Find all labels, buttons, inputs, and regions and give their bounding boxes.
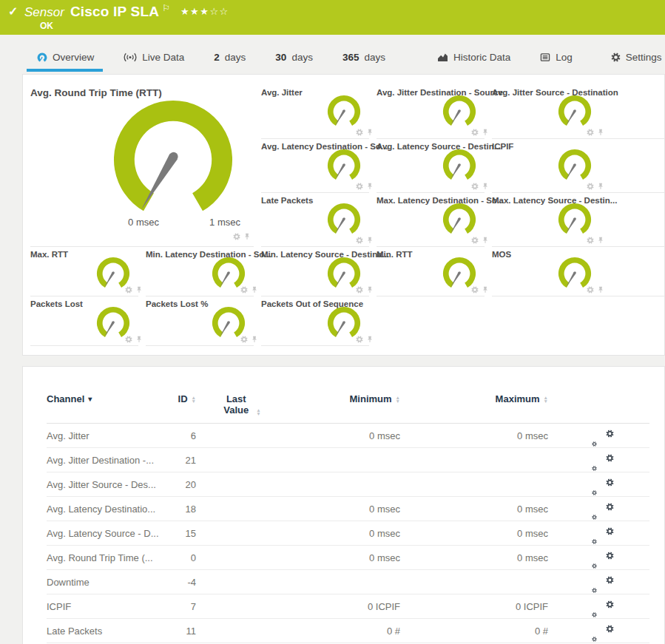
gauge-settings-gear-icon[interactable] [356, 183, 363, 190]
channel-row: Late Packets110 #0 # [47, 619, 649, 643]
gauge-pin-icon[interactable] [482, 183, 489, 190]
gauge-pin-icon[interactable] [482, 237, 489, 244]
gauge-pin-icon[interactable] [366, 183, 374, 190]
gauge-pin-icon[interactable] [597, 237, 604, 244]
gauge-pin-icon[interactable] [366, 336, 374, 343]
gauge-settings-gear-icon[interactable] [587, 237, 594, 244]
gauge-pin-icon[interactable] [135, 336, 143, 343]
sort-icon[interactable]: ▲▼ [256, 408, 260, 416]
channel-name[interactable]: Avg. Round Trip Time (... [47, 552, 141, 563]
gauge-pin-icon[interactable] [366, 129, 374, 136]
tab-settings[interactable]: Settings [611, 52, 662, 72]
channel-settings-icon[interactable] [592, 552, 606, 563]
gauge [557, 202, 593, 237]
gauge-pin-icon[interactable] [251, 336, 258, 343]
channel-settings-icon[interactable] [592, 527, 606, 539]
gauge-pin-icon[interactable] [597, 183, 604, 190]
channel-minimum: 0 msec [285, 552, 400, 563]
gauge-grid: Avg. Round Trip Time (RTT) 0 msec 1 msec… [23, 75, 664, 346]
gauge-cell-icons [471, 286, 489, 294]
gauge-settings-gear-icon[interactable] [125, 286, 132, 294]
gauge-settings-gear-icon[interactable] [233, 233, 240, 240]
gauge-settings-gear-icon[interactable] [356, 237, 363, 244]
channel-name[interactable]: Avg. Latency Destinatio... [47, 504, 141, 515]
gauge-pin-icon[interactable] [597, 286, 604, 294]
gauge-pin-icon[interactable] [135, 286, 143, 294]
gauge-settings-gear-icon[interactable] [471, 129, 479, 136]
gauge-settings-gear-icon[interactable] [587, 129, 594, 136]
channel-name[interactable]: Avg. Latency Source - D... [47, 528, 141, 539]
gauge-min-label: 0 msec [118, 217, 169, 228]
tab-log[interactable]: Log [540, 52, 573, 72]
channel-name[interactable]: Avg. Jitter [47, 430, 141, 441]
channel-row: ICPIF70 ICPIF0 ICPIF [47, 594, 649, 619]
channel-name[interactable]: Downtime [47, 577, 141, 588]
gauge-cell: Max. RTT [30, 247, 138, 296]
gauge [557, 148, 593, 183]
gauge-pin-icon[interactable] [482, 286, 489, 294]
tab-2-days[interactable]: 2days [214, 52, 246, 72]
star-rating[interactable]: ★★★☆☆ [180, 6, 229, 17]
gauge-settings-gear-icon[interactable] [356, 336, 363, 343]
gauge-settings-gear-icon[interactable] [587, 286, 594, 294]
gauge [326, 94, 362, 129]
gauge-pin-icon[interactable] [243, 233, 251, 240]
gauge-pin-icon[interactable] [251, 286, 258, 294]
channel-settings-icon[interactable] [592, 478, 606, 490]
channel-id: 15 [141, 528, 196, 539]
gauge-settings-gear-icon[interactable] [125, 336, 132, 343]
gauge-pin-icon[interactable] [482, 129, 489, 136]
tab-label: Overview [53, 52, 94, 63]
flag-icon[interactable]: ⚐ [162, 3, 170, 13]
gauge-cell: Avg. Jitter [261, 85, 369, 139]
column-header-channel[interactable]: Channel [47, 393, 84, 404]
gauge-cell: ICPIF [492, 139, 664, 193]
channel-name[interactable]: Avg. Jitter Destination -... [47, 455, 141, 466]
channel-settings-icon[interactable] [592, 625, 606, 637]
tab-30-days[interactable]: 30days [275, 52, 313, 72]
tab-overview[interactable]: Overview [37, 52, 94, 72]
tab-live-data[interactable]: Live Data [124, 52, 184, 72]
gauge-settings-gear-icon[interactable] [356, 129, 363, 136]
tab-label: days [364, 52, 385, 63]
channel-settings-icon[interactable] [592, 503, 606, 515]
gauge-settings-gear-icon[interactable] [240, 336, 248, 343]
channel-settings-icon[interactable] [592, 576, 606, 588]
gauge-max-label: 1 msec [199, 217, 251, 228]
channel-settings-icon[interactable] [592, 600, 606, 612]
gauge-pin-icon[interactable] [597, 129, 604, 136]
channel-name[interactable]: Late Packets [47, 626, 141, 637]
column-header-maximum[interactable]: Maximum [496, 393, 540, 404]
channel-id: 0 [141, 552, 196, 563]
channel-id: -4 [141, 577, 196, 588]
sort-desc-caret-icon[interactable]: ▾ [88, 395, 92, 403]
tab-365-days[interactable]: 365days [342, 52, 385, 72]
channel-id: 21 [141, 455, 196, 466]
gauge-settings-gear-icon[interactable] [356, 286, 363, 294]
gauge-pin-icon[interactable] [366, 237, 374, 244]
gauge-settings-gear-icon[interactable] [471, 183, 479, 190]
gauge-settings-gear-icon[interactable] [587, 183, 594, 190]
channel-settings-icon[interactable] [592, 430, 606, 441]
channel-name[interactable]: ICPIF [47, 601, 141, 612]
channel-name[interactable]: Avg. Jitter Source - Des... [47, 479, 141, 490]
sort-icon[interactable]: ▲▼ [544, 396, 548, 403]
gauge-pin-icon[interactable] [366, 286, 374, 294]
gauge-settings-gear-icon[interactable] [471, 237, 479, 244]
gear-icon [611, 52, 621, 62]
column-header-last-value[interactable]: Last Value [220, 393, 252, 416]
column-header-minimum[interactable]: Minimum [350, 393, 392, 404]
column-header-id[interactable]: ID [178, 393, 188, 404]
gauge-cell: Min. RTT [377, 247, 485, 296]
gauge-cell-icons [240, 336, 258, 343]
main-gauge-cell: Avg. Round Trip Time (RTT) 0 msec 1 msec [30, 85, 254, 247]
tab-historic-data[interactable]: Historic Data [437, 52, 510, 72]
gauge-settings-gear-icon[interactable] [240, 286, 248, 294]
gauge-settings-gear-icon[interactable] [471, 286, 479, 294]
gauge [557, 94, 593, 129]
gauge-cell: Packets Out of Sequence [261, 296, 369, 346]
gauge [326, 202, 362, 237]
channel-minimum: 0 msec [285, 528, 400, 539]
gauge-cell-icons [125, 286, 143, 294]
channel-settings-icon[interactable] [592, 454, 606, 466]
